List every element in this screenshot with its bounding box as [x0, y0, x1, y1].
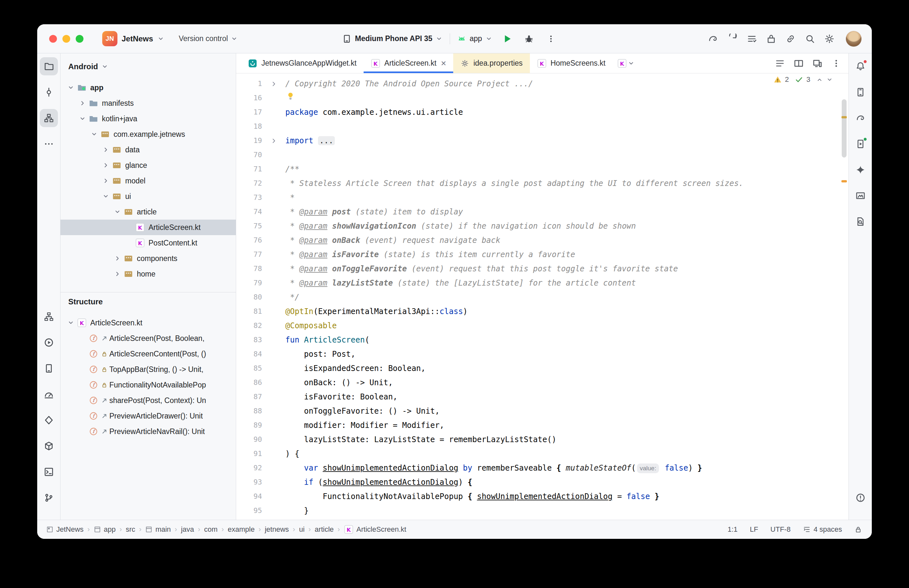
structure-item-articlescreen-post-boolean[interactable]: fArticleScreen(Post, Boolean,	[60, 331, 236, 346]
tool-window-button-gradle[interactable]	[851, 109, 870, 127]
tool-window-button-problems[interactable]	[851, 489, 870, 507]
project-item-kotlin-java[interactable]: kotlin+java	[60, 111, 236, 126]
tab-idea-properties[interactable]: idea.properties	[453, 53, 530, 73]
project-item-postcontent-kt[interactable]: KPostContent.kt	[60, 235, 236, 250]
project-item-glance[interactable]: glance	[60, 158, 236, 173]
previous-problem-icon[interactable]	[816, 76, 823, 83]
warning-stripe-mark[interactable]	[841, 180, 847, 183]
chevron-down-icon[interactable]	[65, 80, 77, 95]
link-button[interactable]	[783, 31, 798, 46]
tool-window-button-version-control[interactable]	[40, 489, 58, 507]
structure-item-sharepost-post-context-un[interactable]: fsharePost(Post, Context): Un	[60, 393, 236, 408]
tool-window-button-resource-manager[interactable]	[851, 187, 870, 205]
project-item-app[interactable]: app	[60, 80, 236, 95]
scrollbar-thumb[interactable]	[842, 99, 846, 158]
run-button[interactable]	[499, 31, 514, 46]
error-stripe[interactable]	[840, 73, 849, 520]
structure-item-articlescreencontent-post[interactable]: fArticleScreenContent(Post, ()	[60, 346, 236, 362]
chevron-down-icon[interactable]	[88, 126, 100, 142]
inspect-button[interactable]	[725, 31, 740, 46]
inspections-widget[interactable]: 2 3	[773, 75, 833, 84]
tool-window-button-commit[interactable]	[40, 83, 58, 101]
tool-window-button-run[interactable]	[40, 333, 58, 352]
breadcrumb-src[interactable]: src	[126, 525, 135, 534]
structure-item-functionalitynotavailablepop[interactable]: fFunctionalityNotAvailablePop	[60, 377, 236, 393]
split-editor-icon[interactable]	[794, 58, 804, 69]
project-item-article[interactable]: article	[60, 204, 236, 220]
structure-item-articlescreen-kt[interactable]: KArticleScreen.kt	[60, 315, 236, 331]
line-separator[interactable]: LF	[750, 525, 758, 534]
hidden-tabs-dropdown[interactable]: K	[613, 53, 639, 73]
vcs-menu[interactable]: Version control	[179, 34, 237, 43]
fold-arrow-icon[interactable]	[262, 134, 285, 148]
intention-bulb-icon[interactable]	[286, 92, 295, 100]
breadcrumb-example[interactable]: example	[228, 525, 255, 534]
minimize-window-button[interactable]	[63, 35, 70, 43]
gradle-sync-button[interactable]	[706, 31, 720, 46]
project-item-com-example-jetnews[interactable]: com.example.jetnews	[60, 126, 236, 142]
plugins-button[interactable]	[764, 31, 779, 46]
chevron-right-icon[interactable]	[100, 173, 111, 189]
tool-window-button-running-devices[interactable]	[851, 135, 870, 153]
task-list-button[interactable]	[744, 31, 759, 46]
breadcrumb-jetnews[interactable]: jetnews	[265, 525, 289, 534]
tabs-list-icon[interactable]	[775, 58, 785, 69]
project-item-ui[interactable]: ui	[60, 189, 236, 204]
project-item-model[interactable]: model	[60, 173, 236, 189]
breadcrumb-jetnews[interactable]: JetNews	[46, 525, 84, 534]
tool-window-button-gemini[interactable]	[851, 161, 870, 179]
search-button[interactable]	[802, 31, 817, 46]
structure-item-previewarticlenavrail-unit[interactable]: fPreviewArticleNavRail(): Unit	[60, 424, 236, 439]
structure-item-topappbar-string-unit[interactable]: fTopAppBar(String, () -> Unit,	[60, 362, 236, 377]
chevron-down-icon[interactable]	[100, 189, 111, 204]
tool-window-button-structure[interactable]	[40, 109, 58, 127]
project-item-articlescreen-kt[interactable]: KArticleScreen.kt	[60, 220, 236, 235]
user-avatar[interactable]	[846, 31, 861, 47]
settings-button[interactable]	[822, 31, 837, 46]
code-editor[interactable]: 1/ Copyright 2020 The Android Open Sourc…	[236, 73, 849, 520]
project-item-home[interactable]: home	[60, 266, 236, 282]
tool-window-button-notifications[interactable]	[851, 57, 870, 75]
breadcrumb-app[interactable]: app	[94, 525, 116, 534]
indentation[interactable]: 4 spaces	[803, 525, 842, 534]
zoom-window-button[interactable]	[76, 35, 84, 43]
device-preview-icon[interactable]	[812, 58, 823, 69]
breadcrumb-com[interactable]: com	[204, 525, 218, 534]
tool-window-button-more-tool-windows[interactable]	[40, 135, 58, 153]
project-item-manifests[interactable]: manifests	[60, 95, 236, 111]
tool-window-button-app-inspection[interactable]	[851, 213, 870, 231]
tab-jetnews-glance-app-widget[interactable]: JetnewsGlanceAppWidget.kt	[241, 53, 363, 73]
breadcrumb-article[interactable]: article	[315, 525, 334, 534]
readonly-toggle[interactable]	[854, 526, 862, 533]
file-encoding[interactable]: UTF-8	[770, 525, 791, 534]
tool-window-button-logcat[interactable]	[40, 359, 58, 378]
device-selector[interactable]: Medium Phone API 35	[342, 34, 442, 44]
chevron-down-icon[interactable]	[111, 204, 123, 220]
tool-window-button-build[interactable]	[40, 437, 58, 455]
close-tab-icon[interactable]: ×	[441, 59, 446, 68]
close-window-button[interactable]	[49, 35, 57, 43]
project-widget[interactable]: JN JetNews	[102, 31, 164, 46]
chevron-down-icon[interactable]	[77, 111, 88, 126]
chevron-right-icon[interactable]	[111, 266, 123, 282]
structure-item-previewarticledrawer-unit[interactable]: fPreviewArticleDrawer(): Unit	[60, 408, 236, 424]
more-vertical-icon[interactable]	[831, 58, 841, 69]
breadcrumb-ui[interactable]: ui	[299, 525, 304, 534]
project-item-data[interactable]: data	[60, 142, 236, 158]
tool-window-button-project[interactable]	[40, 57, 58, 75]
chevron-right-icon[interactable]	[111, 250, 123, 266]
debug-button[interactable]	[522, 31, 536, 46]
breadcrumb-articlescreen-kt[interactable]: KArticleScreen.kt	[344, 525, 406, 534]
tool-window-button-device-manager[interactable]	[851, 83, 870, 101]
chevron-right-icon[interactable]	[77, 95, 88, 111]
fold-arrow-icon[interactable]	[262, 77, 285, 91]
run-config-selector[interactable]: app	[457, 34, 492, 44]
caret-position[interactable]: 1:1	[728, 525, 738, 534]
project-view-selector[interactable]: Android	[60, 53, 236, 80]
next-problem-icon[interactable]	[826, 76, 833, 83]
tab-home-screens[interactable]: KHomeScreens.kt	[530, 53, 613, 73]
tab-article-screen[interactable]: KArticleScreen.kt×	[363, 53, 453, 73]
project-item-components[interactable]: components	[60, 250, 236, 266]
breadcrumb-java[interactable]: java	[181, 525, 194, 534]
chevron-right-icon[interactable]	[100, 158, 111, 173]
